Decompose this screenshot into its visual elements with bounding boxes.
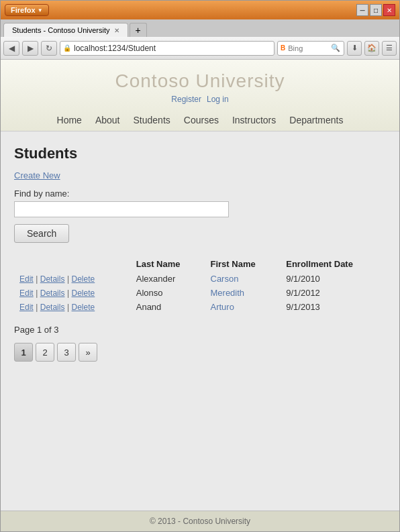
- row-actions: Edit | Details | Delete: [14, 272, 131, 286]
- title-bar: Firefox ▼ ─ □ ✕: [1, 1, 399, 19]
- pagination: 1 2 3 »: [14, 343, 386, 362]
- col-enrollment-date: Enrollment Date: [281, 256, 386, 272]
- students-table: Last Name First Name Enrollment Date Edi…: [14, 256, 386, 314]
- close-button[interactable]: ✕: [383, 4, 395, 16]
- table-row: Edit | Details | Delete Anand Arturo 9/1…: [14, 300, 386, 314]
- nav-bar: ◀ ▶ ↻ 🔒 B 🔍 ⬇ 🏠 ☰: [1, 37, 399, 60]
- browser-window: Firefox ▼ ─ □ ✕ Students - Contoso Unive…: [0, 0, 400, 532]
- last-name-1: Alexander: [131, 272, 205, 286]
- details-link-3[interactable]: Details: [40, 303, 65, 312]
- delete-link-3[interactable]: Delete: [72, 303, 95, 312]
- nav-instructors[interactable]: Instructors: [232, 115, 276, 125]
- bing-icon: B: [281, 44, 285, 52]
- details-link-2[interactable]: Details: [40, 288, 65, 298]
- refresh-button[interactable]: ↻: [41, 41, 57, 56]
- download-button[interactable]: ⬇: [347, 41, 362, 56]
- col-first-name: First Name: [205, 256, 281, 272]
- details-link-1[interactable]: Details: [40, 274, 65, 284]
- search-button[interactable]: Search: [14, 224, 69, 243]
- page-btn-2[interactable]: 2: [36, 343, 54, 362]
- nav-about[interactable]: About: [95, 115, 120, 125]
- active-tab[interactable]: Students - Contoso University ✕: [3, 23, 128, 37]
- find-label: Find by name:: [14, 189, 386, 199]
- edit-link-3[interactable]: Edit: [19, 303, 34, 312]
- address-bar-container: 🔒: [60, 41, 274, 56]
- site-footer: © 2013 - Contoso University: [1, 511, 399, 531]
- dropdown-arrow-icon: ▼: [38, 7, 43, 13]
- edit-link-2[interactable]: Edit: [19, 288, 34, 298]
- minimize-button[interactable]: ─: [356, 4, 368, 16]
- delete-link-1[interactable]: Delete: [72, 274, 95, 284]
- main-area: Students Create New Find by name: Search…: [1, 131, 399, 511]
- register-link[interactable]: Register: [171, 95, 201, 104]
- col-last-name: Last Name: [131, 256, 205, 272]
- nav-home[interactable]: Home: [57, 115, 82, 125]
- firefox-label: Firefox: [11, 6, 36, 14]
- enrollment-date-3: 9/1/2013: [281, 300, 386, 314]
- page-heading: Students: [14, 145, 386, 162]
- page-btn-3[interactable]: 3: [57, 343, 76, 362]
- tab-title: Students - Contoso University: [12, 26, 110, 34]
- last-name-3: Anand: [131, 300, 205, 314]
- enrollment-date-1: 9/1/2010: [281, 272, 386, 286]
- restore-button[interactable]: □: [370, 4, 382, 16]
- tab-close-icon[interactable]: ✕: [114, 27, 119, 34]
- nav-students[interactable]: Students: [134, 115, 170, 125]
- col-actions: [14, 256, 131, 272]
- enrollment-date-2: 9/1/2012: [281, 286, 386, 300]
- firefox-menu-button[interactable]: Firefox ▼: [5, 4, 49, 16]
- menu-button[interactable]: ☰: [382, 41, 397, 56]
- pagination-info: Page 1 of 3: [14, 325, 386, 335]
- first-name-1: Carson: [205, 272, 281, 286]
- browser-search-wrap: B 🔍: [277, 41, 344, 56]
- site-title: Contoso University: [1, 70, 399, 92]
- search-input[interactable]: [14, 201, 229, 217]
- new-tab-button[interactable]: +: [130, 23, 147, 37]
- nav-departments[interactable]: Departments: [289, 115, 343, 125]
- tab-bar: Students - Contoso University ✕ +: [1, 19, 399, 37]
- page-btn-1[interactable]: 1: [14, 343, 33, 362]
- page-btn-next[interactable]: »: [79, 343, 97, 362]
- site-nav: Home About Students Courses Instructors …: [1, 109, 399, 131]
- create-new-link[interactable]: Create New: [14, 170, 60, 180]
- forward-button[interactable]: ▶: [22, 41, 38, 56]
- home-button[interactable]: 🏠: [364, 41, 379, 56]
- address-bar[interactable]: [74, 44, 271, 53]
- back-button[interactable]: ◀: [3, 41, 19, 56]
- first-name-3: Arturo: [205, 300, 281, 314]
- address-icon: 🔒: [63, 44, 71, 52]
- edit-link-1[interactable]: Edit: [19, 274, 34, 284]
- site-auth-links: Register Log in: [1, 95, 399, 104]
- first-name-2: Meredith: [205, 286, 281, 300]
- browser-search-input[interactable]: [288, 44, 328, 52]
- search-icon: 🔍: [331, 44, 340, 52]
- row-actions: Edit | Details | Delete: [14, 286, 131, 300]
- nav-courses[interactable]: Courses: [184, 115, 219, 125]
- login-link[interactable]: Log in: [207, 95, 229, 104]
- row-actions: Edit | Details | Delete: [14, 300, 131, 314]
- window-controls: ─ □ ✕: [356, 4, 395, 16]
- last-name-2: Alonso: [131, 286, 205, 300]
- footer-text: © 2013 - Contoso University: [150, 517, 250, 526]
- site-header: Contoso University Register Log in Home …: [1, 60, 399, 131]
- table-row: Edit | Details | Delete Alexander Carson…: [14, 272, 386, 286]
- page-content: Contoso University Register Log in Home …: [1, 60, 399, 531]
- delete-link-2[interactable]: Delete: [72, 288, 95, 298]
- table-row: Edit | Details | Delete Alonso Meredith …: [14, 286, 386, 300]
